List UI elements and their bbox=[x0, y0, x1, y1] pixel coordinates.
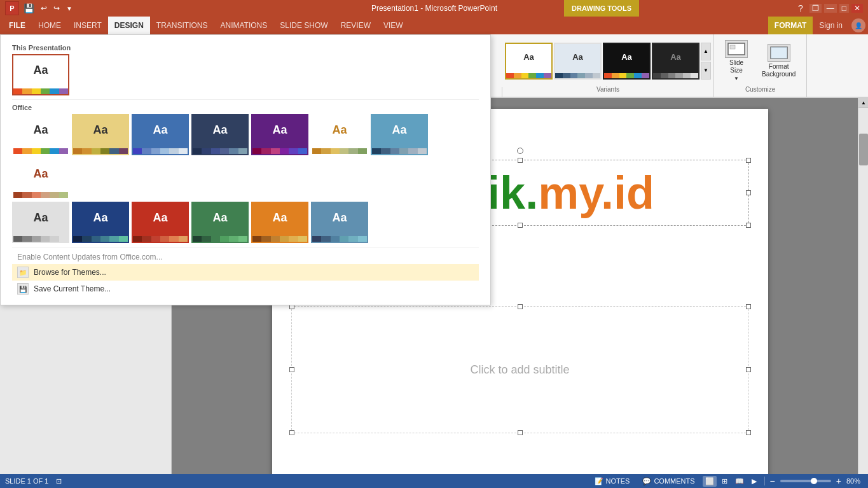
handle-br[interactable] bbox=[746, 223, 751, 228]
window-title: Presentation1 - Microsoft PowerPoint bbox=[74, 4, 794, 13]
sign-in[interactable]: Sign in bbox=[813, 17, 849, 34]
this-presentation-section: This Presentation Aa bbox=[6, 40, 485, 98]
comments-button[interactable]: 💬 COMMENTS bbox=[637, 476, 699, 487]
theme-item-14[interactable]: Aa bbox=[311, 202, 368, 243]
view-reading[interactable]: 📖 bbox=[733, 476, 747, 487]
theme-item-1[interactable]: Aa bbox=[12, 114, 69, 155]
notes-button[interactable]: 📝 NOTES bbox=[589, 476, 635, 487]
status-bar: SLIDE 1 OF 1 ⊡ 📝 NOTES 💬 COMMENTS ⬜ ⊞ 📖 … bbox=[0, 474, 868, 488]
theme-item-9[interactable]: Aa bbox=[12, 202, 69, 243]
close-button[interactable]: ✕ bbox=[851, 4, 863, 13]
notes-icon: 📝 bbox=[595, 477, 603, 485]
user-icon: 👤 bbox=[851, 18, 865, 32]
theme-item-8[interactable]: Aa bbox=[12, 158, 69, 199]
sub-handle-mr[interactable] bbox=[746, 367, 751, 372]
zoom-out-button[interactable]: − bbox=[770, 476, 775, 486]
restore-button[interactable]: ❐ bbox=[809, 4, 822, 13]
sub-handle-ml[interactable] bbox=[289, 367, 294, 372]
vscroll-track bbox=[858, 108, 868, 482]
theme-item-6[interactable]: Aa bbox=[311, 114, 368, 155]
customize-label: Customize bbox=[719, 85, 801, 94]
browse-themes-item[interactable]: 📁 Browse for Themes... bbox=[12, 264, 479, 281]
vscroll-thumb[interactable] bbox=[859, 134, 868, 165]
sub-handle-tr[interactable] bbox=[746, 304, 751, 309]
subtitle-placeholder: Click to add subtitle bbox=[470, 363, 569, 377]
tab-format[interactable]: FORMAT bbox=[768, 17, 813, 34]
zoom-slider[interactable] bbox=[780, 480, 831, 482]
save-icon: 💾 bbox=[17, 283, 29, 295]
view-normal[interactable]: ⬜ bbox=[703, 476, 717, 487]
format-background-button[interactable]: FormatBackground bbox=[756, 41, 801, 81]
tab-file[interactable]: FILE bbox=[3, 17, 32, 34]
quick-access-redo[interactable]: ↪ bbox=[52, 4, 62, 13]
status-right: 📝 NOTES 💬 COMMENTS ⬜ ⊞ 📖 ▶ − + 80% bbox=[589, 476, 863, 487]
variant-thumb-1[interactable]: Aa bbox=[505, 43, 553, 80]
theme-item-2[interactable]: Aa bbox=[72, 114, 129, 155]
tab-transitions[interactable]: TRANSITIONS bbox=[150, 17, 214, 34]
customize-section: SlideSize ▼ FormatBackground Customize bbox=[714, 34, 807, 97]
rotate-handle[interactable] bbox=[517, 148, 523, 154]
tab-review[interactable]: REVIEW bbox=[334, 17, 377, 34]
variants-scroll-up[interactable]: ▲ bbox=[701, 43, 711, 60]
variant-thumb-3[interactable]: Aa bbox=[603, 43, 651, 80]
view-slide-sorter[interactable]: ⊞ bbox=[719, 476, 730, 487]
tab-design[interactable]: DESIGN bbox=[108, 17, 150, 34]
view-slideshow[interactable]: ▶ bbox=[749, 476, 759, 487]
theme-item-7[interactable]: Aa bbox=[371, 114, 428, 155]
slide-size-arrow: ▼ bbox=[734, 76, 739, 81]
fit-to-window[interactable]: ⊡ bbox=[56, 477, 62, 485]
variants-scroll-down[interactable]: ▼ bbox=[701, 62, 711, 80]
handle-tc[interactable] bbox=[518, 158, 523, 163]
zoom-separator bbox=[764, 477, 765, 485]
tab-slideshow[interactable]: SLIDE SHOW bbox=[273, 17, 334, 34]
slide-size-label: SlideSize bbox=[729, 59, 743, 74]
zoom-in-button[interactable]: + bbox=[836, 476, 841, 486]
comments-icon: 💬 bbox=[642, 477, 651, 485]
themes-dropdown: This Presentation Aa Office Aa bbox=[0, 34, 491, 305]
title-bar: P 💾 ↩ ↪ ▼ Presentation1 - Microsoft Powe… bbox=[0, 0, 868, 17]
zoom-level[interactable]: 80% bbox=[844, 477, 863, 485]
theme-item-11[interactable]: Aa bbox=[132, 202, 189, 243]
slide-size-button[interactable]: SlideSize ▼ bbox=[719, 37, 754, 85]
enable-updates-label: Enable Content Updates from Office.com..… bbox=[17, 253, 163, 261]
sub-handle-tc[interactable] bbox=[518, 304, 523, 309]
quick-access-undo[interactable]: ↩ bbox=[39, 4, 49, 13]
status-left: SLIDE 1 OF 1 ⊡ bbox=[5, 477, 62, 485]
sub-handle-bc[interactable] bbox=[518, 430, 523, 435]
sub-handle-br[interactable] bbox=[746, 430, 751, 435]
minimize-button[interactable]: — bbox=[824, 4, 837, 13]
tab-animations[interactable]: ANIMATIONS bbox=[214, 17, 273, 34]
this-presentation-theme[interactable]: Aa bbox=[12, 54, 69, 95]
theme-item-10[interactable]: Aa bbox=[72, 202, 129, 243]
variant-thumb-4[interactable]: Aa bbox=[652, 43, 699, 80]
tab-insert[interactable]: INSERT bbox=[67, 17, 108, 34]
handle-bc[interactable] bbox=[518, 223, 523, 228]
save-theme-item[interactable]: 💾 Save Current Theme... bbox=[12, 281, 479, 297]
theme-item-3[interactable]: Aa bbox=[132, 114, 189, 155]
tab-view[interactable]: VIEW bbox=[377, 17, 410, 34]
help-button[interactable]: ? bbox=[794, 3, 807, 13]
svg-rect-1 bbox=[730, 45, 735, 49]
app-icons: P 💾 ↩ ↪ ▼ bbox=[5, 1, 74, 15]
canvas-vscrollbar[interactable]: ▲ ▼ bbox=[858, 98, 868, 488]
vscroll-up-btn[interactable]: ▲ bbox=[858, 98, 868, 108]
divider-2 bbox=[12, 247, 479, 247]
maximize-button[interactable]: □ bbox=[839, 4, 849, 13]
quick-access-save[interactable]: 💾 bbox=[22, 3, 36, 13]
quick-access-customize[interactable]: ▼ bbox=[64, 5, 74, 12]
slide-info: SLIDE 1 OF 1 bbox=[5, 477, 48, 485]
theme-item-5[interactable]: Aa bbox=[251, 114, 308, 155]
variant-thumb-2[interactable]: Aa bbox=[554, 43, 602, 80]
tab-home[interactable]: HOME bbox=[32, 17, 67, 34]
handle-mr[interactable] bbox=[746, 190, 751, 195]
theme-item-13[interactable]: Aa bbox=[251, 202, 308, 243]
sub-handle-bl[interactable] bbox=[289, 430, 294, 435]
theme-item-12[interactable]: Aa bbox=[191, 202, 249, 243]
enable-updates-item[interactable]: Enable Content Updates from Office.com..… bbox=[12, 250, 479, 264]
handle-tr[interactable] bbox=[746, 158, 751, 163]
browse-icon: 📁 bbox=[17, 267, 29, 278]
subtitle-textbox[interactable]: Click to add subtitle bbox=[291, 306, 749, 433]
theme-item-4[interactable]: Aa bbox=[191, 114, 249, 155]
notes-label: NOTES bbox=[606, 477, 630, 485]
comments-label: COMMENTS bbox=[654, 477, 694, 485]
